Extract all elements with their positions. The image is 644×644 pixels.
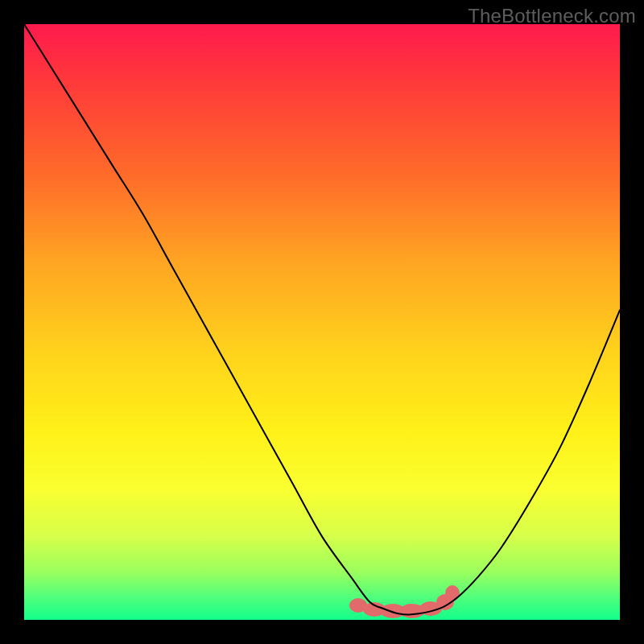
plot-area — [24, 24, 620, 620]
svg-point-6 — [445, 585, 460, 601]
valley-highlight — [349, 585, 460, 618]
chart-container: TheBottleneck.com — [0, 0, 644, 644]
bottleneck-curve-path — [24, 24, 620, 615]
bottleneck-chart-svg — [24, 24, 620, 620]
